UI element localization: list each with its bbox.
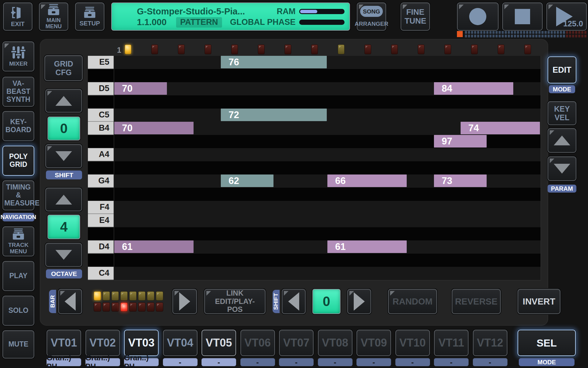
grid-cell[interactable] — [514, 174, 541, 188]
piano-key-C5[interactable]: C5 — [88, 109, 114, 122]
grid-cell[interactable] — [381, 148, 408, 162]
grid-cell[interactable] — [194, 267, 221, 281]
grid-cell[interactable] — [407, 174, 435, 188]
bar-led[interactable] — [156, 291, 163, 301]
note-D4-step9[interactable]: 61 — [327, 240, 407, 253]
grid-cell[interactable] — [301, 240, 328, 254]
grid-cell[interactable] — [168, 69, 195, 83]
grid-cell[interactable] — [247, 135, 275, 149]
grid-cell[interactable] — [114, 201, 141, 215]
piano-key-G#4[interactable] — [88, 161, 114, 174]
grid-cell[interactable] — [194, 161, 221, 175]
sel-mode-button[interactable]: SEL — [518, 330, 576, 356]
grid-cell[interactable] — [461, 254, 488, 267]
grid-cell[interactable] — [114, 188, 141, 201]
note-A#4-step13[interactable]: 97 — [434, 135, 487, 148]
grid-cell[interactable] — [354, 95, 381, 109]
bar-led[interactable] — [156, 302, 163, 312]
grid-cell[interactable] — [301, 188, 328, 201]
grid-cell[interactable] — [168, 214, 195, 228]
grid-cell[interactable] — [274, 82, 301, 96]
grid-cell[interactable] — [141, 174, 168, 188]
grid-cell[interactable] — [114, 95, 141, 109]
grid-cell[interactable] — [168, 161, 195, 175]
grid-cell[interactable] — [168, 174, 195, 188]
grid-cell[interactable] — [407, 240, 435, 254]
grid-cell[interactable] — [434, 214, 461, 228]
grid-cell[interactable] — [221, 254, 248, 267]
note-D5-step1[interactable]: 70 — [114, 82, 167, 95]
sidebar-item-timing-measure[interactable]: TIMING & MEASURE — [2, 180, 34, 210]
sidebar-item-keyboard[interactable]: KEY- BOARD — [2, 111, 34, 141]
track-button-vt09[interactable]: VT09 — [356, 330, 391, 356]
grid-cell[interactable] — [221, 227, 248, 241]
grid-cell[interactable] — [247, 201, 275, 215]
piano-key-C#4[interactable] — [88, 254, 114, 267]
sidebar-item-va-beast-synth[interactable]: VA-BEAST SYNTH — [2, 77, 34, 107]
grid-cell[interactable] — [354, 56, 381, 70]
grid-cell[interactable] — [168, 82, 195, 96]
grid-cell[interactable] — [407, 135, 435, 149]
grid-cell[interactable] — [434, 188, 461, 201]
grid-cell[interactable] — [487, 267, 514, 281]
grid-cell[interactable] — [168, 201, 195, 215]
grid-cell[interactable] — [487, 148, 514, 162]
grid-cell[interactable] — [461, 201, 488, 215]
grid-cell[interactable] — [221, 82, 248, 96]
grid-cell[interactable] — [114, 69, 141, 83]
grid-cell[interactable] — [141, 201, 168, 215]
grid-cell[interactable] — [168, 56, 195, 70]
grid-cell[interactable] — [247, 267, 275, 281]
grid-cell[interactable] — [327, 188, 355, 201]
grid-cell[interactable] — [461, 161, 488, 175]
grid-cell[interactable] — [487, 109, 514, 122]
grid-cell[interactable] — [194, 56, 221, 70]
grid-cell[interactable] — [381, 135, 408, 149]
grid-cell[interactable] — [168, 135, 195, 149]
grid-cell[interactable] — [381, 69, 408, 83]
grid-cell[interactable] — [247, 188, 275, 201]
grid-cell[interactable] — [434, 122, 461, 136]
grid-cell[interactable] — [487, 56, 514, 70]
stop-button[interactable] — [502, 2, 543, 31]
step-led[interactable] — [498, 44, 504, 54]
grid-cell[interactable] — [327, 109, 355, 122]
grid-cell[interactable] — [114, 174, 141, 188]
grid-cell[interactable] — [274, 267, 301, 281]
grid-cell[interactable] — [221, 122, 248, 136]
grid-cell[interactable] — [381, 56, 408, 70]
grid-cell[interactable] — [381, 254, 408, 267]
grid-cell[interactable] — [487, 214, 514, 228]
grid-cell[interactable] — [487, 135, 514, 149]
step-led[interactable] — [151, 44, 158, 54]
grid-cell[interactable] — [407, 69, 435, 83]
grid-cell[interactable] — [327, 69, 355, 83]
step-led[interactable] — [178, 44, 185, 54]
grid-cell[interactable] — [327, 95, 355, 109]
grid-cell[interactable] — [434, 56, 461, 70]
grid-cell[interactable] — [301, 148, 328, 162]
grid-cell[interactable] — [301, 214, 328, 228]
grid-cell[interactable] — [221, 148, 248, 162]
grid-cell[interactable] — [194, 254, 221, 267]
track-button-vt08[interactable]: VT08 — [318, 330, 352, 356]
bar-led[interactable] — [138, 302, 145, 312]
invert-button[interactable]: INVERT — [518, 289, 560, 314]
grid-cell[interactable] — [168, 95, 195, 109]
grid-cell[interactable] — [407, 227, 435, 241]
grid-cell[interactable] — [434, 148, 461, 162]
bar-led[interactable] — [94, 291, 101, 301]
grid-cell[interactable] — [247, 122, 275, 136]
track-button-vt12[interactable]: VT12 — [473, 330, 507, 356]
step-led[interactable] — [471, 44, 478, 54]
sidebar-item-solo[interactable]: SOLO — [2, 296, 34, 326]
piano-key-D#5[interactable] — [88, 69, 114, 82]
grid-cell[interactable] — [274, 227, 301, 241]
grid-cell[interactable] — [141, 254, 168, 267]
grid-cell[interactable] — [327, 201, 355, 215]
grid-cell[interactable] — [274, 174, 301, 188]
bar-led[interactable] — [120, 291, 128, 301]
step-led[interactable] — [285, 44, 291, 54]
grid-cell[interactable] — [354, 109, 381, 122]
grid-cell[interactable] — [221, 267, 248, 281]
